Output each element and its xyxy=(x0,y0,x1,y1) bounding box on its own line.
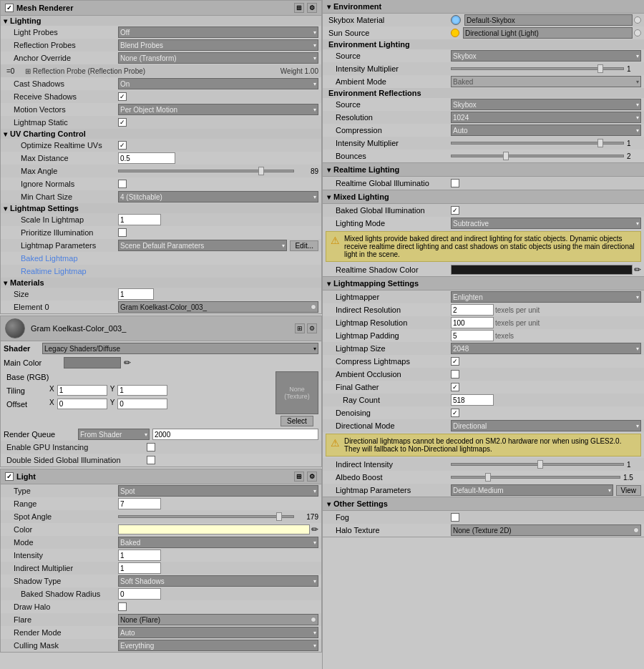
skybox-material-select[interactable]: Default-Skybox xyxy=(464,14,633,26)
render-queue-value-input[interactable] xyxy=(152,429,318,440)
lightmap-parameters-select[interactable]: Scene Default Parameters ▾ xyxy=(118,240,287,251)
light-color-pencil-icon[interactable]: ✏ xyxy=(311,524,318,534)
render-mode-value: Auto ▾ xyxy=(118,627,318,638)
main-color-picker[interactable] xyxy=(64,357,121,368)
ambient-occlusion-checkbox[interactable] xyxy=(451,370,459,379)
lightmap-padding-input[interactable] xyxy=(451,330,494,341)
anchor-override-value: None (Transform) ▾ xyxy=(118,52,318,64)
anchor-override-select[interactable]: None (Transform) ▾ xyxy=(118,52,318,64)
light-enabled-checkbox[interactable] xyxy=(5,472,14,481)
light-type-label: Type xyxy=(4,487,118,495)
element0-select[interactable]: Gram Koelkast-Color_003_ xyxy=(118,301,318,313)
draw-halo-checkbox[interactable] xyxy=(118,602,127,611)
min-chart-size-select[interactable]: 4 (Stitchable) ▾ xyxy=(118,191,318,202)
realtime-lightmap-link[interactable]: Realtime Lightmap xyxy=(4,267,118,275)
env-ref-compression-select[interactable]: Auto ▾ xyxy=(451,124,641,136)
enable-gpu-checkbox[interactable] xyxy=(147,443,155,451)
reflection-probes-select[interactable]: Blend Probes ▾ xyxy=(118,39,318,51)
max-angle-slider[interactable] xyxy=(118,170,294,172)
env-ref-source-select[interactable]: Skybox ▾ xyxy=(451,99,641,110)
lighting-mode-label: Lighting Mode xyxy=(326,219,451,228)
realtime-shadow-color-swatch[interactable] xyxy=(451,265,633,275)
baked-gi-checkbox[interactable] xyxy=(451,206,459,215)
env-ref-resolution-select[interactable]: 1024 ▾ xyxy=(451,112,641,123)
fog-checkbox[interactable] xyxy=(451,513,459,522)
anchor-override-arrow-icon: ▾ xyxy=(313,55,316,62)
env-ref-intensity-slider[interactable] xyxy=(451,142,624,145)
scale-in-lightmap-input[interactable] xyxy=(118,214,161,225)
light-gear-icon[interactable]: ⚙ xyxy=(307,472,317,482)
directional-mode-select[interactable]: Directional ▾ xyxy=(451,420,641,431)
mesh-renderer-expand-icon[interactable]: ⊞ xyxy=(294,3,304,13)
lightmap-static-checkbox[interactable] xyxy=(118,118,127,127)
lightmapper-select[interactable]: Enlighten ▾ xyxy=(451,291,641,303)
final-gather-checkbox[interactable] xyxy=(451,383,459,391)
prioritize-illumination-checkbox[interactable] xyxy=(118,228,127,237)
materials-size-input[interactable] xyxy=(118,288,154,300)
light-probes-select[interactable]: Off ▾ xyxy=(118,26,318,38)
ray-count-input[interactable] xyxy=(451,394,494,406)
light-expand-icon[interactable]: ⊞ xyxy=(294,472,304,482)
shadow-type-select[interactable]: Soft Shadows ▾ xyxy=(118,575,318,587)
light-intensity-input[interactable] xyxy=(118,550,161,561)
tiling-y-input[interactable] xyxy=(117,385,167,396)
select-texture-button[interactable]: Select xyxy=(280,416,313,426)
env-bounces-slider[interactable] xyxy=(451,155,624,157)
sun-source-select[interactable]: Directional Light (Light) xyxy=(463,27,633,39)
compress-lightmaps-checkbox[interactable] xyxy=(451,357,459,366)
render-mode-select[interactable]: Auto ▾ xyxy=(118,627,318,638)
lm-parameters-select[interactable]: Default-Medium ▾ xyxy=(451,484,613,496)
offset-y-input[interactable] xyxy=(117,399,167,409)
light-color-swatch[interactable] xyxy=(118,524,310,534)
env-intensity-slider[interactable] xyxy=(451,67,624,70)
flare-select[interactable]: None (Flare) xyxy=(118,614,318,625)
max-distance-input[interactable] xyxy=(118,152,175,164)
lightmap-resolution-input[interactable] xyxy=(451,317,494,328)
double-sided-checkbox[interactable] xyxy=(147,456,155,464)
light-range-input[interactable] xyxy=(118,498,161,509)
indirect-resolution-row: Indirect Resolution texels per unit xyxy=(323,303,644,316)
ambient-mode-select[interactable]: Baked ▾ xyxy=(451,76,641,87)
motion-vectors-select[interactable]: Per Object Motion ▾ xyxy=(118,104,318,115)
reflection-probes-label: Reflection Probes xyxy=(4,41,118,49)
material-expand-icon[interactable]: ⊞ xyxy=(295,323,305,333)
shader-select[interactable]: Legacy Shaders/Diffuse ▾ xyxy=(42,343,318,354)
baked-lightmap-link[interactable]: Baked Lightmap xyxy=(4,254,118,263)
realtime-gi-checkbox[interactable] xyxy=(451,179,459,187)
tiling-x-input[interactable] xyxy=(57,385,107,396)
material-gear-icon[interactable]: ⚙ xyxy=(307,323,317,333)
mesh-renderer-checkbox[interactable] xyxy=(5,4,14,12)
realtime-shadow-pencil-icon[interactable]: ✏ xyxy=(634,265,641,275)
lightmap-parameters-edit-button[interactable]: Edit... xyxy=(290,240,318,251)
cast-shadows-select[interactable]: On ▾ xyxy=(118,78,318,89)
env-source-arrow-icon: ▾ xyxy=(636,53,639,59)
receive-shadows-checkbox[interactable] xyxy=(118,92,127,101)
offset-x-input[interactable] xyxy=(57,399,107,409)
element0-label: Element 0 xyxy=(4,303,118,311)
baked-shadow-radius-input[interactable] xyxy=(118,588,161,600)
mixed-lighting-warning: ⚠ Mixed lights provide baked direct and … xyxy=(326,231,641,262)
spot-angle-slider[interactable] xyxy=(118,515,294,518)
light-mode-select[interactable]: Baked ▾ xyxy=(118,537,318,548)
indirect-multiplier-input[interactable] xyxy=(118,562,161,574)
render-queue-mode-select[interactable]: From Shader ▾ xyxy=(78,429,150,440)
env-source-select[interactable]: Skybox ▾ xyxy=(451,50,641,62)
flare-value: None (Flare) xyxy=(118,614,318,625)
optimize-realtime-uvs-checkbox[interactable] xyxy=(118,141,127,150)
light-type-select[interactable]: Spot ▾ xyxy=(118,485,318,497)
lm-parameters-view-button[interactable]: View xyxy=(616,485,642,496)
scale-in-lightmap-row: Scale In Lightmap xyxy=(1,213,321,226)
light-mode-label: Mode xyxy=(4,538,118,547)
ignore-normals-checkbox[interactable] xyxy=(118,180,127,188)
halo-texture-select[interactable]: None (Texture 2D) xyxy=(451,524,641,536)
mesh-renderer-gear-icon[interactable]: ⚙ xyxy=(307,3,317,13)
indirect-intensity-slider[interactable] xyxy=(451,463,624,466)
albedo-boost-slider[interactable] xyxy=(451,476,620,479)
culling-mask-select[interactable]: Everything ▾ xyxy=(118,640,318,651)
main-color-pencil-icon[interactable]: ✏ xyxy=(124,358,131,368)
denoising-checkbox[interactable] xyxy=(451,409,459,417)
lightmap-size-select[interactable]: 2048 ▾ xyxy=(451,343,641,354)
texture-box[interactable]: None (Texture) xyxy=(275,371,318,414)
indirect-resolution-input[interactable] xyxy=(451,304,494,316)
lighting-mode-select[interactable]: Subtractive ▾ xyxy=(451,218,641,229)
